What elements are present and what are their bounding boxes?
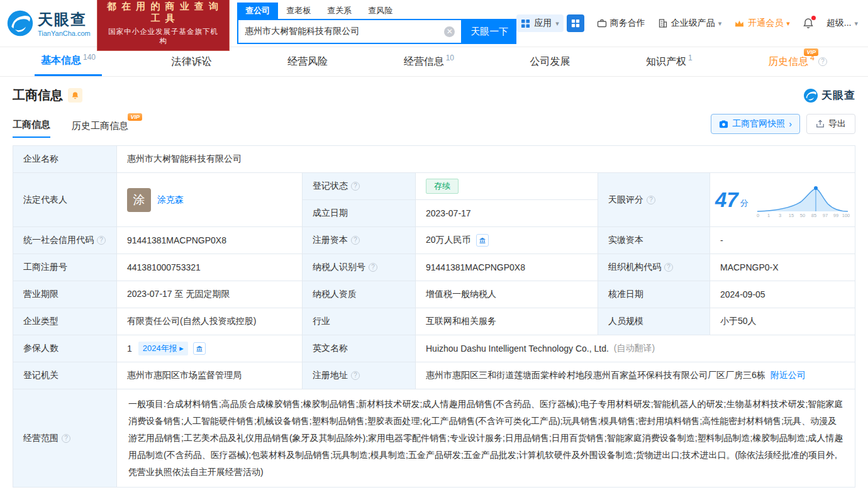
nav-label: 经营信息 [404, 55, 444, 69]
search-input-wrap: ✕ [237, 19, 462, 44]
help-icon[interactable]: ? [647, 196, 655, 204]
nav-count: 4 [810, 53, 815, 62]
table-row: 统一社会信用代码 ? 91441381MACPNGP0X8 注册资本 ? 20万… [13, 227, 855, 254]
company-name-value: 惠州市大树智能科技有限公司 [117, 146, 855, 172]
tyc-score-label: 天眼评分 ? [598, 173, 710, 226]
nav-label: 法律诉讼 [172, 55, 212, 69]
svg-text:3: 3 [779, 213, 781, 218]
reg-status-value: 存续 [416, 173, 598, 199]
help-icon[interactable]: ? [664, 263, 673, 272]
search-tab-company[interactable]: 查公司 [237, 3, 278, 19]
notification-bell[interactable] [803, 18, 814, 29]
company-name-label: 企业名称 [13, 146, 117, 172]
paid-capital-value: - [710, 227, 855, 254]
table-subrow: 登记状态 ? 存续 [303, 173, 598, 200]
legal-rep-avatar[interactable]: 涂 [127, 188, 151, 212]
top-menu: 应用 ▾ 商务合作 企业级产品 ▾ [516, 14, 858, 32]
reg-status-label: 登记状态 ? [303, 173, 416, 199]
org-code-label: 组织机构代码 ? [598, 254, 710, 281]
company-type-label: 企业类型 [13, 308, 117, 335]
apps-chip[interactable]: 应用 ▾ [516, 14, 564, 32]
export-button[interactable]: 导出 [806, 114, 855, 134]
search-tab-relation[interactable]: 查关系 [319, 3, 360, 19]
help-icon[interactable]: ? [351, 236, 360, 245]
capital-change-icon[interactable] [476, 234, 489, 247]
enterprise-products-menu[interactable]: 企业级产品 ▾ [658, 18, 722, 29]
brand-name: 天眼查 [821, 88, 855, 103]
tianyancha-logo[interactable]: 天眼查 TianYanCha.com [6, 9, 91, 37]
nav-basic-info[interactable]: 基本信息 140 [35, 47, 102, 76]
business-coop-menu[interactable]: 商务合作 [597, 18, 645, 29]
search-tab-risk[interactable]: 查风险 [360, 3, 401, 19]
help-icon[interactable]: ? [351, 182, 360, 191]
apps-menu[interactable]: 应用 ▾ [516, 14, 584, 32]
nav-legal-litigation[interactable]: 法律诉讼 [165, 47, 218, 76]
tianyancha-logo-icon [6, 9, 34, 37]
clear-icon[interactable]: ✕ [444, 26, 455, 37]
help-icon[interactable]: ? [369, 263, 377, 272]
help-icon[interactable]: ? [351, 371, 360, 380]
nav-intellectual-property[interactable]: 知识产权 1 [640, 47, 699, 76]
staff-size-value: 小于50人 [710, 308, 855, 335]
tianyancha-watermark: 天眼查 [803, 88, 855, 103]
table-row: 企业名称 惠州市大树智能科技有限公司 [13, 146, 855, 173]
svg-text:99: 99 [833, 213, 838, 218]
chevron-down-icon: ▾ [854, 20, 858, 28]
status-badge: 存续 [426, 179, 459, 194]
approve-date-label: 核准日期 [598, 281, 710, 308]
legal-rep-value: 涂 涂克森 [117, 173, 303, 226]
subscribe-bell-button[interactable] [68, 88, 82, 103]
table-subrow: 成立日期 2023-07-17 [303, 200, 598, 226]
table-row: 营业期限 2023-07-17 至 无固定期限 纳税人资质 增值税一般纳税人 核… [13, 281, 855, 308]
annual-report-tag[interactable]: 2024年报 ▸ [138, 342, 188, 355]
subtab-row: 工商信息 VIP 历史工商信息 工商官网快照 › 导出 [0, 104, 868, 138]
notification-dot [811, 16, 816, 20]
insured-change-icon[interactable] [193, 342, 206, 355]
search-button[interactable]: 天眼一下 [462, 19, 516, 44]
reg-address-value: 惠州市惠阳区三和街道莲塘面棠梓岭村地段惠州百家益环保科技有限公司厂区厂房三6栋 … [416, 362, 855, 389]
promo-banner: 都 在 用 的 商 业 查 询 工 具 国家中小企业发展子基金旗下机构 [97, 0, 230, 51]
tab-history-business-info[interactable]: VIP 历史工商信息 [72, 120, 128, 138]
nav-history-info[interactable]: VIP 历史信息 4 ? [762, 47, 833, 76]
official-snapshot-button[interactable]: 工商官网快照 › [711, 114, 800, 134]
tab-business-info[interactable]: 工商信息 [13, 119, 50, 138]
nearby-companies-link[interactable]: 附近公司 [771, 370, 806, 381]
search-input[interactable] [245, 26, 444, 36]
svg-text:50: 50 [800, 213, 805, 218]
paid-capital-label: 实缴资本 [598, 227, 710, 254]
taxpayer-quality-label: 纳税人资质 [303, 281, 416, 308]
super-vip-menu[interactable]: 超级... ▾ [826, 18, 858, 29]
apps-label: 应用 [534, 18, 552, 29]
table-row: 法定代表人 涂 涂克森 登记状态 ? 存续 成立日期 2023-07 [13, 173, 855, 227]
svg-text:100: 100 [842, 213, 850, 218]
score-unit: 分 [740, 198, 748, 209]
apps-solid-button[interactable] [567, 14, 584, 32]
grid-icon [571, 19, 580, 28]
help-icon[interactable]: ? [818, 57, 827, 66]
nav-operating-info[interactable]: 经营信息 10 [398, 47, 460, 76]
main-nav: 基本信息 140 法律诉讼 经营风险 经营信息 10 公司发展 知识产权 1 V… [0, 47, 868, 77]
legal-rep-link[interactable]: 涂克森 [157, 194, 184, 206]
brand-name: 天眼查 [38, 9, 91, 30]
svg-text:97: 97 [823, 213, 828, 218]
reg-capital-value: 20万人民币 [416, 227, 598, 254]
export-icon [816, 120, 825, 128]
open-vip-menu[interactable]: 开通会员 ▾ [734, 18, 790, 29]
status-date-column: 登记状态 ? 存续 成立日期 2023-07-17 [303, 173, 598, 226]
nav-label: 基本信息 [41, 54, 81, 67]
bell-icon [71, 91, 79, 99]
search-tab-boss[interactable]: 查老板 [278, 3, 319, 19]
tab-label: 历史工商信息 [72, 120, 128, 131]
snapshot-icon [719, 120, 728, 129]
header: 天眼查 TianYanCha.com 都 在 用 的 商 业 查 询 工 具 国… [0, 0, 868, 47]
enterprise-products-label: 企业级产品 [671, 18, 715, 29]
taxpayer-quality-value: 增值税一般纳税人 [416, 281, 598, 308]
nav-company-development[interactable]: 公司发展 [524, 47, 577, 76]
tianyancha-logo-icon [803, 88, 818, 103]
banner-line1: 都 在 用 的 商 业 查 询 工 具 [105, 1, 221, 25]
nav-operating-risk[interactable]: 经营风险 [281, 47, 334, 76]
help-icon[interactable]: ? [97, 236, 106, 245]
help-icon[interactable]: ? [62, 434, 70, 443]
reg-address-label: 注册地址 ? [303, 362, 416, 389]
biz-scope-value: 一般项目:合成材料销售;高品质合成橡胶销售;橡胶制品销售;新材料技术研发;成人情… [117, 389, 855, 487]
